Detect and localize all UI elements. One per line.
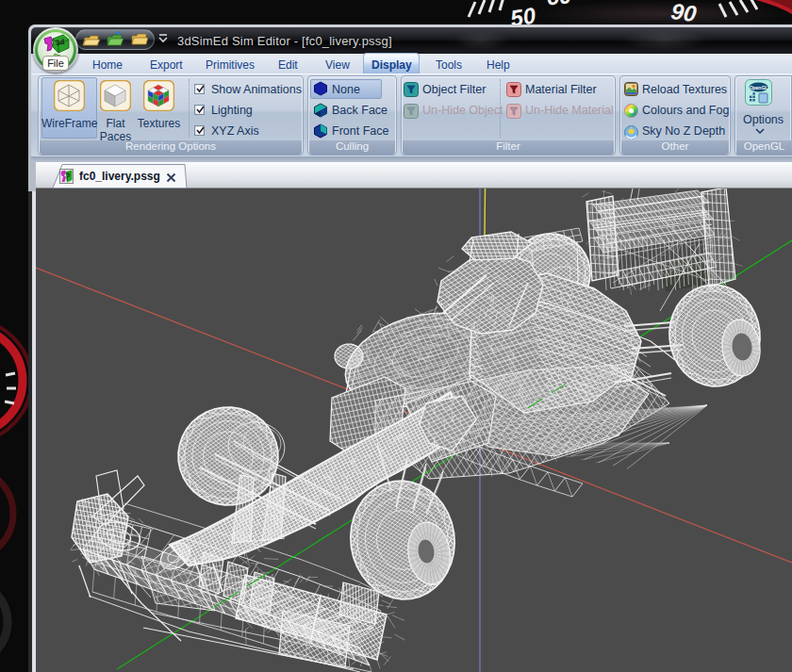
- svg-text:OpenGL: OpenGL: [750, 85, 768, 90]
- svg-text:3d: 3d: [55, 38, 65, 48]
- svg-text:90: 90: [669, 0, 699, 26]
